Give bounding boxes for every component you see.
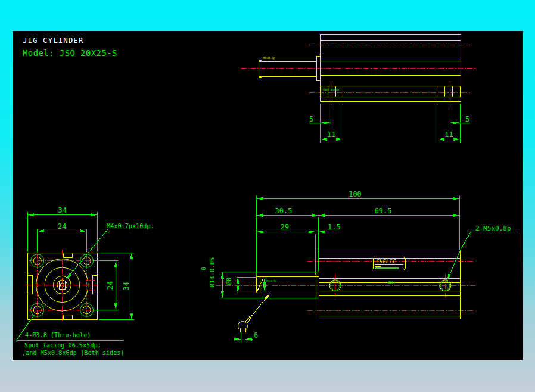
dim-overall-length: 100 xyxy=(349,190,362,198)
pilot-boss xyxy=(316,272,319,298)
dim-left-offset: 5 xyxy=(309,115,313,123)
dim-rod-extension: 30.5 xyxy=(275,207,293,215)
cad-drawing-canvas[interactable]: JIG CYLINDER Model: JSO 20X25-S M4x0.7p … xyxy=(13,31,523,360)
rod-dia-label: Ø8 xyxy=(225,278,232,285)
piston-rod xyxy=(259,62,316,77)
pilot-tol-upper: 0 xyxy=(200,267,207,270)
dim-bolt-spacing-h: 24 xyxy=(58,222,66,231)
dim-left-width: 11 xyxy=(327,130,335,139)
dim-body-length: 69.5 xyxy=(375,207,392,215)
note-spot-facing: Spot facing Ø6.5x5dp, xyxy=(24,342,101,349)
dim-bolt-spacing-v: 24 xyxy=(106,281,114,290)
bore-label: Ø20 xyxy=(388,281,394,284)
dim-boss-height: 1.5 xyxy=(328,223,341,231)
rod-thread-label: M4x0.7p xyxy=(263,56,275,60)
right-lug xyxy=(438,86,460,97)
hole-notes: 4-Ø3.8 (Thru-hole) Spot facing Ø6.5x5dp,… xyxy=(17,315,125,356)
top-view: M4x0.7p M5x0.8x6dp. 5 11 11 5 xyxy=(241,34,477,143)
cad-drawing: JIG CYLINDER Model: JSO 20X25-S M4x0.7p … xyxy=(13,31,523,360)
dim-flats-width: 6 xyxy=(254,331,258,340)
plate-text-line1 xyxy=(375,266,381,267)
piston-rod xyxy=(257,277,319,293)
front-view: M4x0.7px10dp. 34 24 24 34 4-Ø3.8 (Thru-h… xyxy=(17,206,154,356)
dim-body-height: 34 xyxy=(122,282,130,290)
note-thru-hole: 4-Ø3.8 (Thru-hole) xyxy=(25,332,91,338)
rod-thread-label: M4x0.7p xyxy=(267,279,277,282)
brand-logo: CHELIC xyxy=(377,259,396,265)
rod-flange xyxy=(316,57,320,81)
page-title: JIG CYLINDER xyxy=(23,36,83,45)
dim-rod-length: 29 xyxy=(281,223,289,231)
note-thread-both-sides: ,and M5x0.8x6dp (Both sides) xyxy=(22,350,125,356)
wrench-icon xyxy=(238,318,251,333)
thread-callout: M4x0.7px10dp. xyxy=(107,223,154,229)
pilot-dia-label: Ø13-0.05 xyxy=(209,257,216,288)
model-label: Model: JSO 20X25-S xyxy=(23,48,117,58)
port-thread-label: M5x0.8x6dp. xyxy=(323,88,341,91)
side-view: M4x0.7p Ø20 CHELIC 100 30.5 69.5 29 1.5 … xyxy=(200,190,518,343)
dim-right-width: 11 xyxy=(444,130,453,139)
brand-plate: CHELIC xyxy=(374,257,405,270)
dim-right-offset: 5 xyxy=(465,115,469,123)
plate-text-line2 xyxy=(375,267,399,269)
dim-body-width: 34 xyxy=(58,206,66,214)
port-callout: 2-M5x0.8p xyxy=(475,225,511,232)
